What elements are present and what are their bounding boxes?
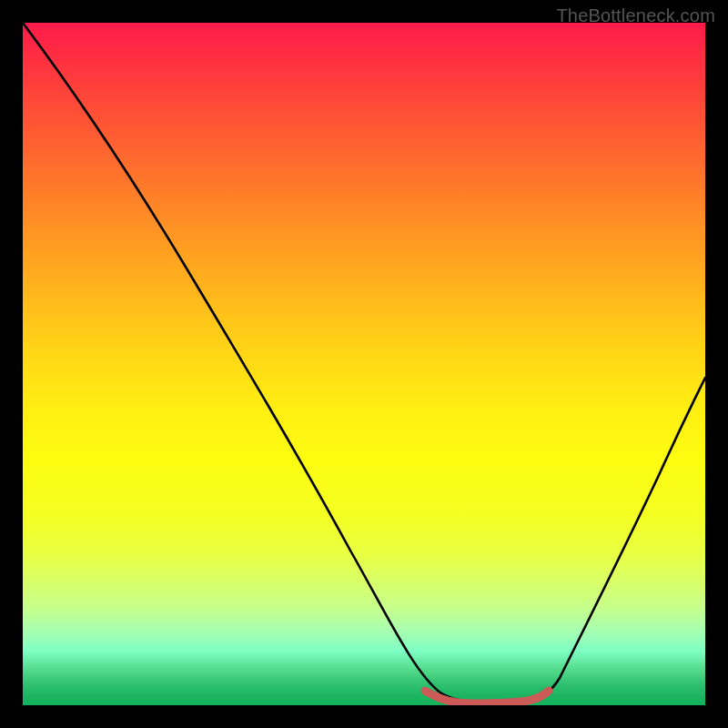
watermark-text: TheBottleneck.com [556, 5, 715, 26]
chart-plot-area [23, 23, 705, 705]
chart-svg [23, 23, 705, 705]
bottleneck-curve [23, 23, 705, 703]
optimal-segment [425, 691, 549, 703]
